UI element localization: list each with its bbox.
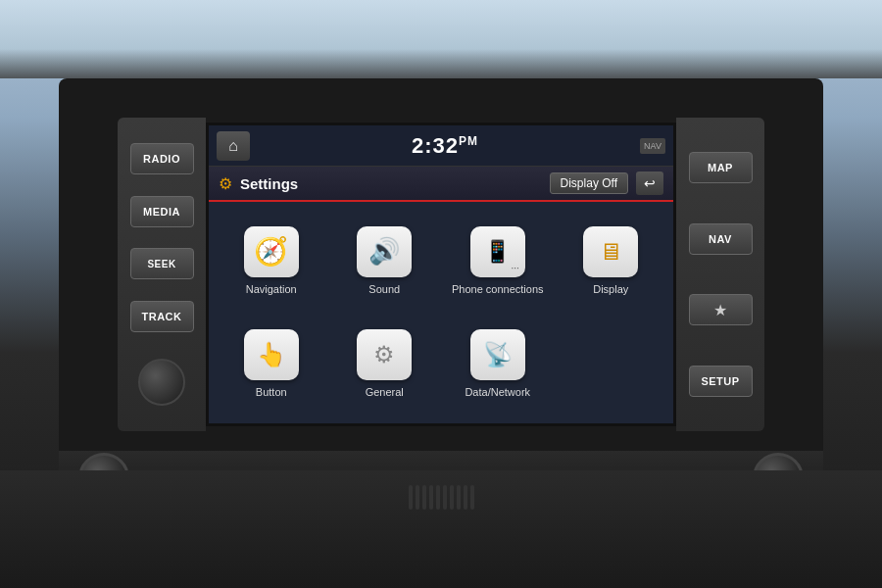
settings-icons-grid: 🧭 Navigation 🔊 Sound 📱 ··· — [209, 202, 673, 423]
button-cursor-icon: 👆 — [257, 341, 286, 368]
screen: ⌂ 2:32PM NAV ⚙ Settings Display Off ↩ — [209, 125, 673, 423]
radio-button[interactable]: RADIO — [130, 143, 194, 174]
vent-slot — [422, 485, 426, 510]
display-icon: 🖥 — [599, 238, 622, 266]
display-label: Display — [593, 283, 628, 296]
nav-indicator-text: NAV — [644, 141, 662, 151]
settings-gear-icon: ⚙ — [219, 174, 232, 193]
setup-button[interactable]: SETUP — [689, 366, 753, 397]
general-item[interactable]: ⚙ General — [332, 317, 438, 412]
track-button[interactable]: TRACK — [130, 301, 194, 332]
window-area — [0, 0, 882, 78]
home-button[interactable]: ⌂ — [217, 131, 250, 161]
phone-icon: 📱 — [484, 239, 511, 265]
left-panel: RADIO MEDIA SEEK TRACK — [118, 118, 206, 431]
network-item[interactable]: 📡 Data/Network — [445, 317, 551, 412]
unit-container: RADIO MEDIA SEEK TRACK ⌂ 2:32PM NAV ⚙ — [59, 78, 823, 470]
vent-slot — [429, 485, 433, 510]
network-icon-box: 📡 — [470, 329, 525, 380]
sound-icon-box: 🔊 — [357, 226, 412, 277]
nav-indicator: NAV — [640, 138, 665, 154]
display-item[interactable]: 🖥 Display — [559, 214, 664, 309]
phone-dots-icon: ··· — [511, 263, 518, 273]
general-label: General — [366, 386, 404, 399]
navigation-item[interactable]: 🧭 Navigation — [219, 214, 324, 309]
seek-button[interactable]: SEEK — [130, 248, 194, 279]
vent-slot — [409, 485, 413, 510]
vent-slot — [457, 485, 461, 510]
map-button[interactable]: MAP — [689, 152, 753, 183]
vent-slot — [416, 485, 419, 510]
settings-title: Settings — [240, 175, 542, 192]
network-label: Data/Network — [465, 386, 530, 399]
navigation-label: Navigation — [246, 283, 297, 296]
power-knob[interactable] — [138, 359, 185, 406]
sound-label: Sound — [368, 283, 400, 296]
back-button[interactable]: ↩ — [636, 172, 663, 195]
vent-area — [0, 470, 882, 510]
empty-slot — [559, 317, 664, 412]
vent-slot — [464, 485, 467, 510]
right-panel: MAP NAV ★ SETUP — [676, 118, 764, 431]
screen-topbar: ⌂ 2:32PM NAV — [209, 125, 673, 167]
clock-display: 2:32PM — [412, 133, 478, 159]
general-gear-icon: ⚙ — [373, 341, 395, 368]
vent-slot — [470, 485, 474, 510]
favorite-button[interactable]: ★ — [689, 294, 753, 325]
nav-button[interactable]: NAV — [689, 223, 753, 255]
vent-slot — [436, 485, 440, 510]
star-icon: ★ — [713, 301, 727, 319]
vent-slot — [450, 485, 454, 510]
clock-time: 2:32 — [412, 133, 459, 158]
navigation-icon-box: 🧭 — [244, 226, 299, 277]
display-off-button[interactable]: Display Off — [550, 172, 628, 194]
network-wifi-icon: 📡 — [483, 341, 513, 368]
back-icon: ↩ — [644, 175, 656, 191]
phone-connections-item[interactable]: 📱 ··· Phone connections — [445, 214, 551, 309]
clock-ampm: PM — [459, 133, 478, 147]
bottom-area — [0, 470, 882, 588]
sound-item[interactable]: 🔊 Sound — [332, 214, 438, 309]
display-icon-box: 🖥 — [583, 226, 638, 277]
phone-icon-box: 📱 ··· — [470, 226, 525, 277]
vent-slot — [443, 485, 447, 510]
button-label: Button — [256, 386, 287, 399]
settings-bar: ⚙ Settings Display Off ↩ — [209, 167, 673, 202]
general-icon-box: ⚙ — [357, 329, 412, 380]
phone-connections-label: Phone connections — [452, 283, 544, 296]
sound-icon: 🔊 — [368, 236, 400, 267]
media-button[interactable]: MEDIA — [130, 196, 194, 227]
button-settings-item[interactable]: 👆 Button — [219, 317, 324, 412]
navigation-icon: 🧭 — [254, 235, 288, 268]
button-icon-box: 👆 — [244, 329, 299, 380]
screen-wrapper: ⌂ 2:32PM NAV ⚙ Settings Display Off ↩ — [206, 122, 676, 426]
home-icon: ⌂ — [228, 137, 238, 155]
